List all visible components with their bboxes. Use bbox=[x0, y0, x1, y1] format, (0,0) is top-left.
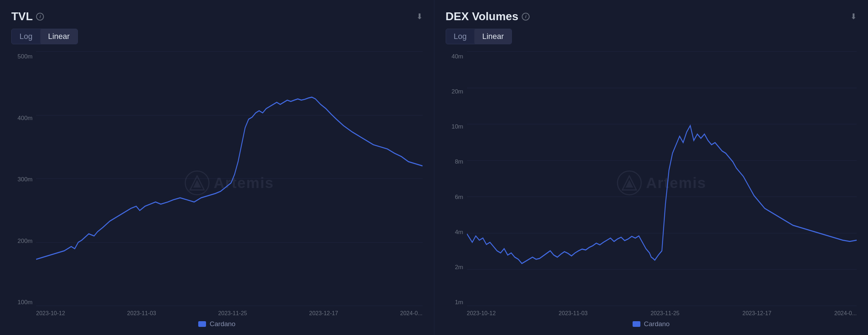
dex-y-label-6m: 6m bbox=[446, 194, 467, 201]
tvl-info-icon[interactable]: i bbox=[36, 13, 44, 21]
tvl-x-label-4: 2023-12-17 bbox=[309, 310, 338, 317]
dex-x-label-1: 2023-10-12 bbox=[467, 310, 496, 317]
dex-legend-label: Cardano bbox=[644, 320, 670, 328]
tvl-chart-svg bbox=[36, 51, 423, 306]
tvl-y-axis: 500m 400m 300m 200m 100m bbox=[11, 51, 36, 317]
dex-x-axis: 2023-10-12 2023-11-03 2023-11-25 2023-12… bbox=[467, 306, 857, 317]
tvl-download-icon[interactable]: ⬇ bbox=[416, 12, 423, 21]
dex-y-label-1m: 1m bbox=[446, 299, 467, 306]
dex-y-label-40m: 40m bbox=[446, 53, 467, 60]
dex-x-label-3: 2023-11-25 bbox=[651, 310, 680, 317]
dex-y-axis: 40m 20m 10m 8m 6m 4m 2m 1m bbox=[446, 51, 467, 317]
tvl-log-btn[interactable]: Log bbox=[12, 29, 40, 44]
tvl-y-label-100m: 100m bbox=[11, 299, 36, 306]
dex-y-label-8m: 8m bbox=[446, 158, 467, 165]
tvl-chart-content: Artemis 2023-10-12 2023-11-03 2023-11-25… bbox=[36, 51, 423, 317]
tvl-panel: TVL i ⬇ Log Linear 500m 400m 300m 200m 1… bbox=[0, 0, 434, 335]
dex-chart-svg bbox=[467, 51, 857, 306]
tvl-y-label-500m: 500m bbox=[11, 53, 36, 60]
tvl-y-label-400m: 400m bbox=[11, 115, 36, 122]
dex-x-label-5: 2024-0... bbox=[834, 310, 857, 317]
dex-y-label-20m: 20m bbox=[446, 88, 467, 95]
dex-log-btn[interactable]: Log bbox=[446, 29, 475, 44]
dex-download-icon[interactable]: ⬇ bbox=[850, 12, 857, 21]
dex-chart-area: 40m 20m 10m 8m 6m 4m 2m 1m bbox=[446, 51, 857, 317]
tvl-title-group: TVL i bbox=[11, 10, 44, 23]
tvl-x-label-1: 2023-10-12 bbox=[36, 310, 65, 317]
tvl-linear-btn[interactable]: Linear bbox=[40, 29, 78, 44]
dex-y-label-10m: 10m bbox=[446, 123, 467, 130]
dex-title-group: DEX Volumes i bbox=[446, 10, 530, 23]
tvl-toggle-group: Log Linear bbox=[11, 29, 78, 44]
dex-x-label-2: 2023-11-03 bbox=[559, 310, 588, 317]
tvl-x-label-2: 2023-11-03 bbox=[127, 310, 156, 317]
dex-x-label-4: 2023-12-17 bbox=[742, 310, 771, 317]
dex-header: DEX Volumes i ⬇ bbox=[446, 10, 857, 23]
dex-panel: DEX Volumes i ⬇ Log Linear 40m 20m 10m 8… bbox=[434, 0, 868, 335]
dex-legend: Cardano bbox=[446, 317, 857, 328]
tvl-x-axis: 2023-10-12 2023-11-03 2023-11-25 2023-12… bbox=[36, 306, 423, 317]
tvl-x-label-5: 2024-0... bbox=[400, 310, 422, 317]
tvl-legend-label: Cardano bbox=[210, 320, 235, 328]
tvl-chart-area: 500m 400m 300m 200m 100m bbox=[11, 51, 423, 317]
dex-linear-btn[interactable]: Linear bbox=[474, 29, 512, 44]
dex-info-icon[interactable]: i bbox=[522, 13, 530, 21]
dex-title: DEX Volumes bbox=[446, 10, 519, 23]
dex-y-label-2m: 2m bbox=[446, 264, 467, 271]
tvl-y-label-300m: 300m bbox=[11, 176, 36, 183]
tvl-legend-color bbox=[198, 321, 206, 327]
dex-legend-color bbox=[633, 321, 640, 327]
dex-toggle-group: Log Linear bbox=[446, 29, 512, 44]
dex-chart-content: Artemis 2023-10-12 2023-11-03 2023-11-25… bbox=[467, 51, 857, 317]
tvl-title: TVL bbox=[11, 10, 33, 23]
dex-y-label-4m: 4m bbox=[446, 229, 467, 236]
tvl-legend: Cardano bbox=[11, 317, 423, 328]
tvl-y-label-200m: 200m bbox=[11, 238, 36, 245]
tvl-x-label-3: 2023-11-25 bbox=[218, 310, 247, 317]
tvl-header: TVL i ⬇ bbox=[11, 10, 423, 23]
